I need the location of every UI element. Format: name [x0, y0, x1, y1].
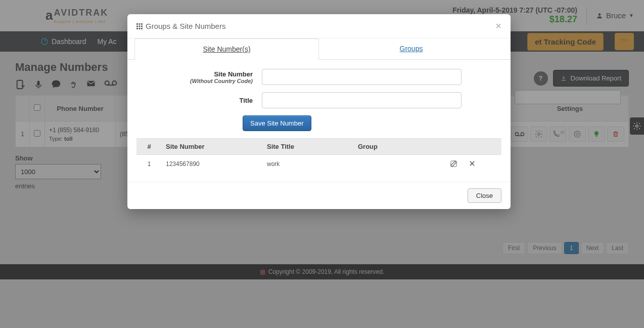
title-label: Title: [136, 97, 253, 104]
svg-rect-23: [139, 28, 141, 29]
site-number-label: Site Number (Without Country Code): [136, 70, 253, 84]
site-row-group: [354, 155, 446, 173]
save-site-number-button[interactable]: Save Site Number: [243, 115, 311, 131]
delete-icon[interactable]: [469, 160, 476, 168]
svg-rect-20: [139, 25, 141, 27]
edit-icon[interactable]: [450, 160, 457, 168]
svg-rect-18: [141, 23, 143, 25]
site-number-input[interactable]: [262, 69, 462, 85]
svg-rect-22: [136, 28, 138, 29]
col-site-title: Site Title: [263, 139, 354, 155]
svg-rect-21: [141, 25, 143, 27]
grid-icon: [136, 23, 143, 29]
close-icon[interactable]: ×: [495, 20, 501, 32]
svg-rect-17: [139, 23, 141, 25]
site-row-idx: 1: [136, 155, 162, 173]
groups-site-numbers-modal: Groups & Site Numbers × Site Number(s) G…: [127, 14, 511, 209]
site-row: 1 1234567890 work: [136, 155, 501, 173]
col-num: #: [136, 139, 162, 155]
site-row-number: 1234567890: [162, 155, 263, 173]
site-numbers-table: # Site Number Site Title Group 1 1234567…: [136, 138, 501, 173]
modal-title: Groups & Site Numbers: [136, 22, 225, 30]
svg-rect-19: [136, 25, 138, 27]
tab-groups[interactable]: Groups: [319, 38, 503, 59]
col-group: Group: [354, 139, 446, 155]
col-site-number: Site Number: [162, 139, 263, 155]
close-button[interactable]: Close: [468, 188, 501, 203]
svg-rect-16: [136, 23, 138, 25]
svg-rect-24: [141, 28, 143, 29]
title-input[interactable]: [262, 92, 462, 108]
tab-site-numbers[interactable]: Site Number(s): [134, 38, 319, 60]
site-row-title: work: [263, 155, 354, 173]
